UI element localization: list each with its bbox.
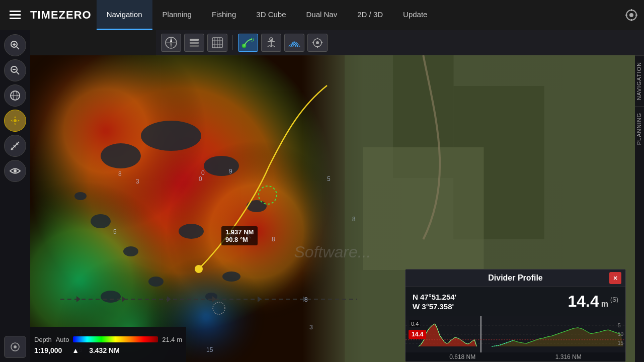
- svg-rect-2: [10, 18, 21, 19]
- chart-label-2: 1.316 NM: [555, 353, 582, 360]
- toolbar-route[interactable]: [238, 34, 258, 52]
- map-area[interactable]: 1.937 NM 90.8 °M Software... Divider Pro…: [30, 55, 635, 362]
- svg-point-27: [316, 41, 319, 44]
- measure-button[interactable]: [4, 135, 26, 157]
- svg-rect-1: [10, 14, 21, 16]
- toolbar-anchor[interactable]: [261, 34, 281, 52]
- svg-rect-13: [190, 39, 199, 41]
- svg-rect-14: [190, 42, 199, 44]
- svg-rect-0: [10, 11, 21, 12]
- divider-panel-title: Divider Profile: [488, 274, 542, 283]
- depth-unit: m: [601, 300, 608, 308]
- right-sidebar: NAVIGATION PLANNING: [635, 55, 644, 362]
- chart-svg: [406, 316, 625, 352]
- tab-2d3d[interactable]: 2D / 3D: [347, 0, 393, 30]
- toolbar-layers[interactable]: [184, 34, 204, 52]
- svg-rect-15: [190, 45, 199, 47]
- toolbar-settings[interactable]: [307, 34, 328, 52]
- zoom-out-button[interactable]: [4, 59, 26, 81]
- coord-lat: N 47°51.254': [413, 293, 456, 301]
- settings-icon[interactable]: [621, 5, 641, 25]
- svg-line-37: [17, 72, 19, 74]
- scale-ratio: 1:19,000: [34, 346, 62, 354]
- top-bar: TIMEZERO Navigation Planning Fishing 3D …: [0, 0, 644, 30]
- scale-nm: 3.432 NM: [89, 346, 120, 354]
- toolbar-compass[interactable]: [161, 34, 181, 52]
- toolbar-separator-1: [232, 35, 233, 50]
- s-label: (S): [610, 296, 618, 303]
- toolbar: [156, 30, 644, 55]
- sidebar-tab-navigation[interactable]: NAVIGATION: [635, 55, 644, 106]
- svg-point-42: [14, 119, 17, 122]
- menu-button[interactable]: [0, 0, 30, 30]
- svg-point-49: [14, 345, 17, 348]
- depth-bar: [73, 336, 158, 342]
- sidebar-settings-button[interactable]: [4, 336, 26, 358]
- compass-arrow-icon: ▲: [72, 346, 79, 354]
- chart-top-label: 0.4: [410, 320, 420, 327]
- coords-text: N 47°51.254' W 3°57.358': [413, 293, 456, 311]
- tab-dualnav[interactable]: Dual Nav: [296, 0, 348, 30]
- depth-label: Depth: [34, 336, 52, 343]
- tab-update[interactable]: Update: [393, 0, 437, 30]
- toolbar-sonar[interactable]: [284, 34, 304, 52]
- chart-x-labels: 0.618 NM 1.316 NM: [406, 352, 625, 361]
- svg-marker-11: [170, 43, 172, 48]
- divider-panel-header: Divider Profile ×: [406, 269, 625, 287]
- svg-point-47: [14, 169, 17, 172]
- right-axis: 5 10 15: [618, 316, 623, 352]
- tab-planning[interactable]: Planning: [152, 0, 202, 30]
- zoom-in-button[interactable]: [4, 34, 26, 56]
- depth-badge: 14.4: [409, 330, 426, 339]
- app-logo: TIMEZERO: [30, 9, 97, 22]
- svg-line-33: [17, 47, 19, 49]
- scale-row: 1:19,000 ▲ 3.432 NM: [30, 345, 186, 355]
- depth-row: Depth Auto 21.4 m: [30, 334, 186, 345]
- bottom-bar: Depth Auto 21.4 m 1:19,000 ▲ 3.432 NM: [30, 327, 186, 362]
- nav-tabs: Navigation Planning Fishing 3D Cube Dual…: [97, 0, 621, 30]
- tab-3dcube[interactable]: 3D Cube: [246, 0, 296, 30]
- divider-coords-row: N 47°51.254' W 3°57.358' 14.4m (S): [406, 287, 625, 316]
- globe-button[interactable]: [4, 84, 26, 107]
- depth-auto: Auto: [56, 336, 69, 343]
- left-sidebar: [0, 30, 30, 362]
- sidebar-tab-planning[interactable]: PLANNING: [635, 106, 644, 151]
- chart-label-1: 0.618 NM: [449, 353, 475, 360]
- toolbar-chart[interactable]: [207, 34, 227, 52]
- tab-navigation[interactable]: Navigation: [97, 0, 152, 30]
- tab-fishing[interactable]: Fishing: [202, 0, 246, 30]
- svg-point-4: [629, 13, 633, 17]
- coord-lon: W 3°57.358': [413, 302, 456, 311]
- svg-marker-10: [170, 37, 172, 43]
- divider-profile-panel: Divider Profile × N 47°51.254' W 3°57.35…: [405, 269, 626, 362]
- pan-button[interactable]: [4, 110, 26, 132]
- eye-button[interactable]: [4, 160, 26, 182]
- depth-value: 14.4m: [568, 292, 608, 311]
- divider-close-button[interactable]: ×: [609, 272, 621, 284]
- depth-max: 21.4 m: [162, 336, 182, 343]
- chart-area: 0.4 14.4: [406, 316, 625, 352]
